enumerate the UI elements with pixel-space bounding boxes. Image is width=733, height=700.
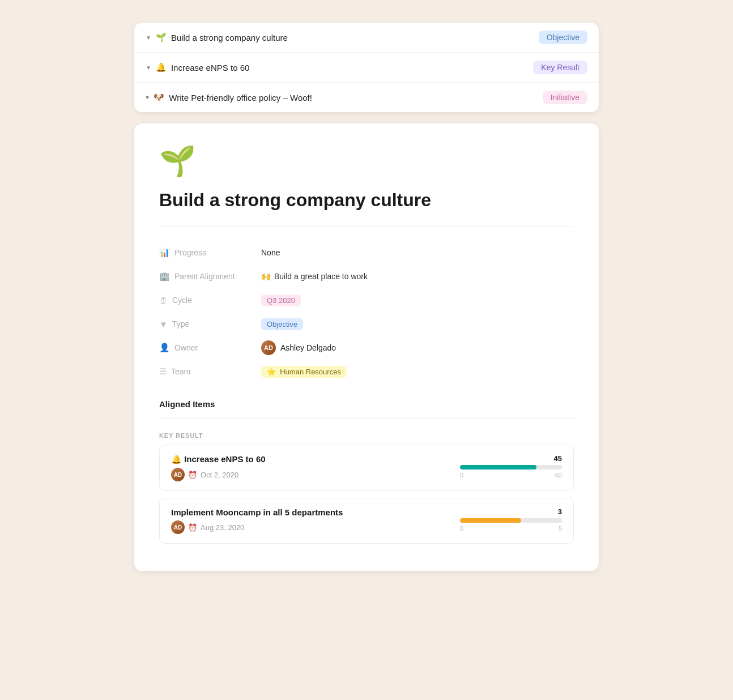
- aligned-card-title-0: 🔔 Increase eNPS to 60: [171, 454, 266, 464]
- aligned-card-left-1: Implement Mooncamp in all 5 departments …: [171, 507, 343, 534]
- hierarchy-panel: ▼ 🌱 Build a strong company culture Objec…: [134, 23, 599, 112]
- hierarchy-item-keyresult: ▼ 🔔 Increase eNPS to 60: [146, 62, 249, 72]
- aligned-card-meta-1: AD ⏰ Aug 23, 2020: [171, 520, 343, 534]
- parent-icon: 🏢: [159, 271, 170, 281]
- progress-section-1: 3 0 5: [460, 507, 562, 532]
- progress-bar-container-1: [460, 518, 562, 523]
- aligned-card-meta-0: AD ⏰ Oct 2, 2020: [171, 468, 266, 481]
- progress-range-1: 0 5: [460, 525, 562, 532]
- keyresult-badge: Key Result: [533, 61, 587, 74]
- owner-name: Ashley Delgado: [280, 343, 336, 352]
- owner-label: 👤 Owner: [159, 343, 261, 353]
- chevron-icon-kr: ▼: [146, 65, 151, 71]
- hierarchy-item-initiative: • 🐶 Write Pet-friendly office policy – W…: [146, 92, 312, 103]
- meta-row-parent: 🏢 Parent Alignment 🙌 Build a great place…: [159, 264, 574, 288]
- meta-table: 📊 Progress None 🏢 Parent Alignment 🙌 Bui…: [159, 241, 574, 383]
- aligned-card-left-0: 🔔 Increase eNPS to 60 AD ⏰ Oct 2, 2020: [171, 454, 266, 481]
- meta-row-team: ☰ Team ⭐ Human Resources: [159, 360, 574, 383]
- initiative-emoji: 🐶: [154, 92, 164, 103]
- parent-label: 🏢 Parent Alignment: [159, 271, 261, 281]
- keyresult-label: Increase eNPS to 60: [171, 63, 249, 72]
- owner-icon: 👤: [159, 343, 170, 353]
- hierarchy-item-objective: ▼ 🌱 Build a strong company culture: [146, 32, 288, 42]
- progress-bar-fill-1: [460, 518, 521, 523]
- aligned-card-1[interactable]: Implement Mooncamp in all 5 departments …: [159, 498, 574, 544]
- team-badge[interactable]: ⭐ Human Resources: [261, 366, 347, 378]
- divider: [159, 227, 574, 227]
- aligned-card-0[interactable]: 🔔 Increase eNPS to 60 AD ⏰ Oct 2, 2020 4…: [159, 445, 574, 491]
- objective-emoji: 🌱: [156, 32, 167, 42]
- meta-row-owner: 👤 Owner AD Ashley Delgado: [159, 336, 574, 360]
- keyresult-emoji: 🔔: [156, 62, 167, 72]
- type-icon: ▼: [159, 319, 168, 329]
- progress-bar-container-0: [460, 465, 562, 469]
- avatar: AD: [261, 340, 276, 355]
- cycle-label: 🗓 Cycle: [159, 296, 261, 305]
- initiative-badge: Initiative: [543, 91, 587, 104]
- progress-value-0: 45: [460, 454, 562, 463]
- progress-label: 📊 Progress: [159, 247, 261, 258]
- team-icon: ☰: [159, 366, 167, 377]
- chevron-icon: ▼: [146, 35, 151, 41]
- bullet-icon: •: [146, 92, 149, 103]
- progress-value: None: [261, 241, 574, 264]
- parent-text: Build a great place to work: [274, 272, 368, 281]
- parent-emoji: 🙌: [261, 272, 271, 281]
- progress-section-0: 45 0 60: [460, 454, 562, 479]
- owner-row: AD Ashley Delgado: [261, 340, 574, 355]
- team-label: ☰ Team: [159, 366, 261, 377]
- progress-value-1: 3: [460, 507, 562, 516]
- team-emoji: ⭐: [267, 368, 276, 376]
- avatar-small-1: AD: [171, 520, 185, 534]
- hierarchy-row-keyresult[interactable]: ▼ 🔔 Increase eNPS to 60 Key Result: [134, 53, 599, 83]
- hierarchy-row-initiative[interactable]: • 🐶 Write Pet-friendly office policy – W…: [134, 83, 599, 112]
- progress-icon: 📊: [159, 247, 170, 258]
- card-emoji-0: 🔔: [171, 454, 184, 464]
- initiative-label: Write Pet-friendly office policy – Woof!: [169, 93, 312, 103]
- aligned-card-header-1: Implement Mooncamp in all 5 departments …: [171, 507, 562, 534]
- objective-label: Build a strong company culture: [171, 33, 288, 42]
- hierarchy-row-objective[interactable]: ▼ 🌱 Build a strong company culture Objec…: [134, 23, 599, 53]
- aligned-card-header-0: 🔔 Increase eNPS to 60 AD ⏰ Oct 2, 2020 4…: [171, 454, 562, 481]
- cycle-badge[interactable]: Q3 2020: [261, 294, 301, 306]
- team-name: Human Resources: [280, 368, 341, 376]
- objective-badge: Objective: [539, 31, 587, 44]
- range-start-1: 0: [460, 525, 463, 532]
- section-label: KEY RESULT: [159, 432, 574, 439]
- avatar-small-0: AD: [171, 468, 185, 481]
- aligned-card-title-1: Implement Mooncamp in all 5 departments: [171, 507, 343, 517]
- clock-icon-0: ⏰: [188, 471, 197, 479]
- range-end-1: 5: [559, 525, 562, 532]
- aligned-items-title: Aligned Items: [159, 399, 574, 409]
- clock-icon-1: ⏰: [188, 523, 197, 532]
- cycle-icon: 🗓: [159, 296, 168, 305]
- divider-2: [159, 418, 574, 419]
- card-date-0: Oct 2, 2020: [201, 471, 238, 479]
- detail-title: Build a strong company culture: [159, 190, 574, 211]
- card-date-1: Aug 23, 2020: [201, 523, 244, 532]
- progress-bar-fill-0: [460, 465, 536, 469]
- meta-row-cycle: 🗓 Cycle Q3 2020: [159, 288, 574, 312]
- type-badge[interactable]: Objective: [261, 318, 303, 330]
- meta-row-progress: 📊 Progress None: [159, 241, 574, 264]
- detail-panel: 🌱 Build a strong company culture 📊 Progr…: [134, 123, 599, 571]
- progress-range-0: 0 60: [460, 472, 562, 479]
- range-end-0: 60: [555, 472, 562, 479]
- parent-link[interactable]: 🙌 Build a great place to work: [261, 272, 574, 281]
- meta-row-type: ▼ Type Objective: [159, 312, 574, 336]
- type-label: ▼ Type: [159, 319, 261, 329]
- range-start-0: 0: [460, 472, 463, 479]
- detail-emoji: 🌱: [159, 144, 574, 178]
